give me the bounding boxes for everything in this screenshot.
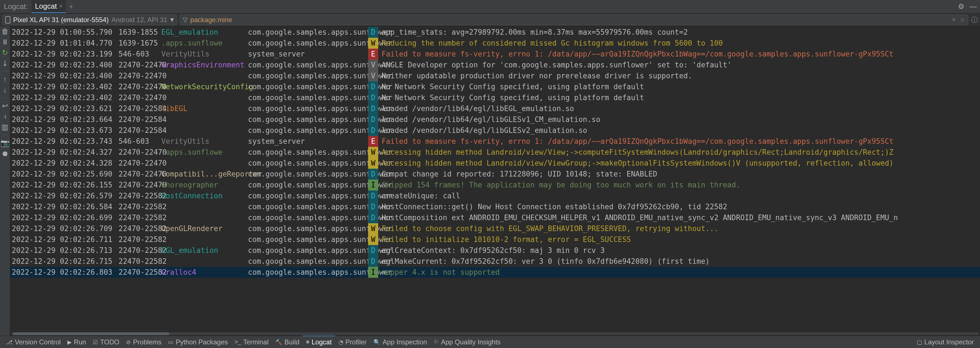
message: Failed to choose config with EGL_SWAP_BE… bbox=[382, 223, 980, 234]
restart-icon[interactable]: ↻ bbox=[2, 49, 8, 56]
package: com.google.samples.apps.sunflower bbox=[248, 158, 368, 169]
gutter: 🗑 ⏸ ↻ ⤓ ↑ ↓ ↩ ⫞ ▥ 📷 ⏺ bbox=[0, 26, 10, 336]
scroll-end-icon[interactable]: ⤓ bbox=[2, 60, 8, 67]
level-badge: D bbox=[368, 256, 378, 267]
status-item-build[interactable]: 🔨Build bbox=[272, 336, 303, 348]
status-item-python-packages[interactable]: ▭Python Packages bbox=[165, 336, 231, 348]
tab-bar: Logcat: Logcat × + ⚙ — bbox=[0, 0, 980, 13]
status-item-run[interactable]: ▶Run bbox=[64, 336, 89, 348]
status-item-app-inspection[interactable]: 🔍App Inspection bbox=[370, 336, 431, 348]
next-icon[interactable]: ↓ bbox=[2, 86, 8, 93]
log-line[interactable]: 2022-12-29 02:02:25.69022470-22470Compat… bbox=[10, 169, 980, 180]
status-label: Build bbox=[285, 338, 299, 346]
timestamp: 2022-12-29 02:02:26.715 bbox=[12, 256, 115, 267]
layout-icon[interactable]: ▥ bbox=[2, 124, 8, 130]
log-line[interactable]: 2022-12-29 02:02:23.62122470-22584libEGL… bbox=[10, 103, 980, 114]
log-line[interactable]: 2022-12-29 02:02:26.70922470-22582OpenGL… bbox=[10, 223, 980, 234]
screenshot-icon[interactable]: 📷 bbox=[2, 140, 8, 146]
status-item-problems[interactable]: ⊘Problems bbox=[123, 336, 165, 348]
package: com.google.samples.apps.sunflower bbox=[248, 92, 368, 103]
message: eglCreateContext: 0x7df95262cf50: maj 3 … bbox=[382, 245, 980, 256]
horizontal-scrollbar[interactable] bbox=[10, 332, 980, 336]
log-line[interactable]: 2022-12-29 02:02:23.67322470-22584com.go… bbox=[10, 125, 980, 136]
status-icon: 🔨 bbox=[275, 339, 282, 345]
add-tab-button[interactable]: + bbox=[66, 0, 76, 13]
status-item-version-control[interactable]: ⎇Version Control bbox=[3, 336, 64, 348]
clear-icon[interactable]: × bbox=[952, 16, 956, 24]
level-badge: I bbox=[368, 267, 378, 278]
log-line[interactable]: 2022-12-29 02:02:23.66422470-22584com.go… bbox=[10, 114, 980, 125]
timestamp: 2022-12-29 02:02:26.699 bbox=[12, 212, 115, 223]
log-line[interactable]: 2022-12-29 02:02:24.32822470-22470com.go… bbox=[10, 158, 980, 169]
log-line[interactable]: 2022-12-29 02:02:26.71522470-22582com.go… bbox=[10, 256, 980, 267]
status-label: TODO bbox=[100, 338, 119, 346]
level-badge: D bbox=[368, 81, 378, 92]
log-line[interactable]: 2022-12-29 02:02:23.199 546-603 VerityUt… bbox=[10, 49, 980, 59]
level-badge: E bbox=[368, 136, 378, 147]
pid-tid: 22470-22470 bbox=[115, 70, 161, 81]
log-line[interactable]: 2022-12-29 02:02:23.40022470-22470Graphi… bbox=[10, 59, 980, 70]
log-line[interactable]: 2022-12-29 02:02:23.743 546-603 VerityUt… bbox=[10, 136, 980, 147]
message: Reducing the number of considered missed… bbox=[382, 38, 980, 49]
message: Neither updatable production driver nor … bbox=[382, 70, 980, 81]
help-icon[interactable]: ⓘ bbox=[971, 15, 978, 24]
log-tag: OpenGLRenderer bbox=[161, 223, 248, 234]
status-item-app-quality-insights[interactable]: ⚐App Quality Insights bbox=[431, 336, 504, 348]
log-line[interactable]: 2022-12-29 02:02:24.32722470-22470.apps.… bbox=[10, 147, 980, 158]
split-icon[interactable]: ⫞ bbox=[2, 113, 8, 120]
pid-tid: 22470-22470 bbox=[115, 180, 161, 190]
pid-tid: 1639-1855 bbox=[115, 27, 161, 38]
close-icon[interactable]: × bbox=[59, 3, 63, 10]
level-badge: V bbox=[368, 70, 378, 81]
filter-input[interactable]: ▽ package:mine × ☆ bbox=[180, 14, 968, 25]
status-label: Run bbox=[74, 338, 86, 346]
log-line[interactable]: 2022-12-29 02:02:23.40222470-22470Networ… bbox=[10, 81, 980, 92]
record-icon[interactable]: ⏺ bbox=[2, 150, 8, 157]
minimize-icon[interactable]: — bbox=[969, 2, 977, 11]
status-icon: ≡ bbox=[306, 339, 309, 345]
log-line[interactable]: 2022-12-29 01:01:04.7701639-1675.apps.su… bbox=[10, 38, 980, 49]
log-line[interactable]: 2022-12-29 02:02:23.40022470-22470com.go… bbox=[10, 70, 980, 81]
status-item-logcat[interactable]: ≡Logcat bbox=[303, 336, 335, 348]
log-line[interactable]: 2022-12-29 02:02:26.58422470-22582com.go… bbox=[10, 201, 980, 212]
device-select[interactable]: Pixel XL API 31 (emulator-5554) Android … bbox=[2, 14, 177, 25]
log-tag: .apps.sunflowe bbox=[161, 38, 248, 49]
log-line[interactable]: 2022-12-29 02:02:26.69922470-22582com.go… bbox=[10, 212, 980, 223]
timestamp: 2022-12-29 02:02:25.690 bbox=[12, 169, 115, 180]
gear-icon[interactable]: ⚙ bbox=[958, 2, 964, 11]
panel-title: Logcat: bbox=[0, 0, 32, 13]
status-item-profiler[interactable]: ◔Profiler bbox=[335, 336, 370, 348]
status-item-todo[interactable]: ☑TODO bbox=[89, 336, 123, 348]
log-line[interactable]: 2022-12-29 02:02:26.71122470-22582com.go… bbox=[10, 234, 980, 245]
timestamp: 2022-12-29 02:02:26.579 bbox=[12, 190, 115, 201]
package: com.google.samples.apps.sunflower bbox=[248, 147, 368, 158]
timestamp: 2022-12-29 02:02:23.199 bbox=[12, 49, 115, 59]
log-line[interactable]: 2022-12-29 02:02:26.80322470-22582Grallo… bbox=[10, 267, 980, 278]
status-item-layout-inspector[interactable]: ▢Layout Inspector bbox=[913, 336, 977, 348]
pid-tid: 22470-22470 bbox=[115, 92, 161, 103]
star-icon[interactable]: ☆ bbox=[959, 16, 965, 24]
prev-icon[interactable]: ↑ bbox=[2, 76, 8, 83]
log-line[interactable]: 2022-12-29 02:02:26.71322470-22582EGL_em… bbox=[10, 245, 980, 256]
chevron-down-icon: ▾ bbox=[170, 15, 174, 24]
wrap-icon[interactable]: ↩ bbox=[2, 102, 8, 109]
filter-text: package:mine bbox=[190, 16, 232, 24]
log-line[interactable]: 2022-12-29 01:00:55.7901639-1855EGL_emul… bbox=[10, 27, 980, 38]
pause-icon[interactable]: ⏸ bbox=[2, 38, 8, 45]
message: Accessing hidden method Landroid/view/Vi… bbox=[382, 147, 980, 158]
tab-logcat[interactable]: Logcat × bbox=[32, 0, 66, 13]
log-line[interactable]: 2022-12-29 02:02:26.57922470-22582HostCo… bbox=[10, 190, 980, 201]
status-icon: ⊘ bbox=[126, 339, 131, 345]
timestamp: 2022-12-29 02:02:26.584 bbox=[12, 201, 115, 212]
log-pane: 2022-12-29 01:00:55.7901639-1855EGL_emul… bbox=[10, 26, 980, 336]
log-line[interactable]: 2022-12-29 02:02:23.40222470-22470com.go… bbox=[10, 92, 980, 103]
package: com.google.samples.apps.sunflower bbox=[248, 27, 368, 38]
log-lines[interactable]: 2022-12-29 01:00:55.7901639-1855EGL_emul… bbox=[10, 26, 980, 332]
status-item-terminal[interactable]: >_Terminal bbox=[231, 336, 272, 348]
timestamp: 2022-12-29 02:02:23.621 bbox=[12, 103, 115, 114]
level-badge: D bbox=[368, 201, 378, 212]
status-icon: ▶ bbox=[67, 339, 72, 345]
log-line[interactable]: 2022-12-29 02:02:26.15522470-22470Choreo… bbox=[10, 180, 980, 190]
trash-icon[interactable]: 🗑 bbox=[2, 28, 8, 35]
timestamp: 2022-12-29 01:00:55.790 bbox=[12, 27, 115, 38]
